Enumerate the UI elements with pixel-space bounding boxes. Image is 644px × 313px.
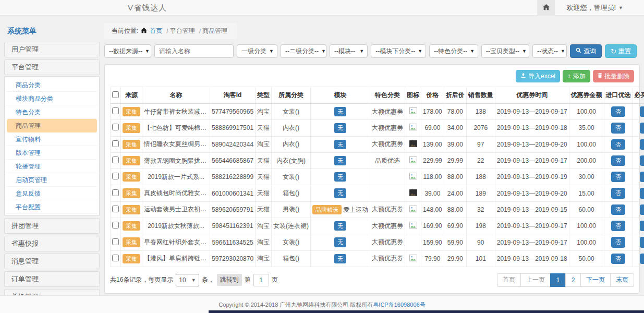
source-cell: 采集 [121, 201, 142, 218]
sidebar-item-8[interactable]: 意见反馈 [7, 187, 97, 200]
sidebar-group-0[interactable]: 用户管理 [4, 42, 100, 57]
module-sub-select[interactable]: --模块下分类--▼ [371, 44, 426, 58]
must-buy-toggle[interactable]: 否 [640, 123, 644, 133]
batch-delete-button[interactable]: 批量删除 [593, 70, 634, 82]
user-menu[interactable]: 欢迎您，管理员! ▼ [555, 3, 644, 13]
sidebar-item-1[interactable]: 模块商品分类 [7, 92, 97, 105]
level2-category-select[interactable]: --二级分类--▼ [281, 44, 326, 58]
sidebar-group-3[interactable]: 省惠快报 [4, 236, 100, 251]
breadcrumb-home-link[interactable]: 首页 [150, 27, 162, 35]
pager-buttons: 首页上一页12下一页末页 [497, 273, 634, 287]
home-icon [543, 4, 550, 12]
unit-text: 条， [202, 275, 214, 284]
sidebar-group-4[interactable]: 消息管理 [4, 254, 100, 269]
add-button[interactable]: + 添加 [563, 70, 590, 82]
item-type-select[interactable]: --宝贝类型--▼ [481, 44, 529, 58]
page-button-末页[interactable]: 末页 [610, 273, 634, 287]
product-name: 牛仔背带裤女秋装减龄... [142, 104, 210, 120]
row-checkbox[interactable] [112, 189, 119, 196]
name-search-input[interactable] [154, 44, 234, 58]
data-source-select[interactable]: --数据来源--▼ [104, 44, 151, 58]
checkbox-cell [111, 104, 121, 120]
sidebar-item-9[interactable]: 平台配置 [7, 200, 97, 214]
status-select[interactable]: --状态--▼ [532, 44, 567, 58]
broken-image-icon [409, 125, 417, 132]
product-name: 运动套装男士卫衣初秋... [142, 201, 210, 218]
select-all-checkbox[interactable] [112, 91, 119, 98]
row-checkbox[interactable] [112, 156, 119, 163]
column-header: 折后价 [444, 87, 466, 104]
module-cell: 无 [311, 169, 370, 185]
row-checkbox[interactable] [112, 107, 119, 114]
feature-category-select[interactable]: --特色分类--▼ [429, 44, 478, 58]
import-select-cell: 否 [604, 234, 633, 250]
search-button[interactable]: 查询 [570, 44, 602, 58]
must-buy-toggle[interactable]: 否 [640, 221, 644, 231]
row-checkbox[interactable] [112, 124, 119, 130]
sidebar-item-0[interactable]: 商品分类 [7, 78, 97, 92]
platform-type: 淘宝 [256, 218, 272, 234]
import-select-cell: 否 [604, 169, 633, 185]
sidebar-item-2[interactable]: 特色分类 [7, 105, 97, 119]
discount-price: 88.00 [444, 169, 466, 185]
source-badge: 采集 [123, 123, 140, 133]
import-select-toggle[interactable]: 否 [611, 172, 625, 182]
row-checkbox[interactable] [112, 255, 119, 261]
platform-type: 淘宝 [256, 234, 272, 250]
row-checkbox[interactable] [112, 222, 119, 228]
sidebar-item-4[interactable]: 宣传物料 [7, 133, 97, 146]
source-badge: 采集 [123, 156, 140, 165]
must-buy-toggle[interactable]: 否 [640, 155, 644, 166]
import-select-toggle[interactable]: 否 [611, 139, 625, 150]
sidebar-item-6[interactable]: 轮播管理 [7, 160, 97, 173]
page-size-select[interactable]: 10 ▼ [176, 274, 199, 286]
home-button[interactable] [537, 0, 555, 16]
sidebar-item-3[interactable]: 商品管理 [7, 119, 97, 133]
import-select-toggle[interactable]: 否 [611, 221, 625, 231]
category: 内衣(文胸) [272, 152, 311, 168]
checkbox-cell [111, 250, 121, 267]
page-button-1[interactable]: 1 [550, 273, 566, 287]
reset-button[interactable]: ↻ 重置 [605, 44, 637, 58]
module-select[interactable]: --模块--▼ [330, 44, 368, 58]
must-buy-toggle[interactable]: 否 [640, 139, 644, 150]
page-button-下一页[interactable]: 下一页 [580, 273, 611, 287]
level1-category-select[interactable]: 一级分类▼ [237, 44, 277, 58]
column-header: 必买清单 [633, 87, 644, 104]
import-select-toggle[interactable]: 否 [611, 188, 625, 198]
row-checkbox[interactable] [112, 140, 119, 147]
price: 169.90 [421, 218, 444, 234]
import-select-toggle[interactable]: 否 [611, 204, 625, 215]
sidebar-group-1[interactable]: 平台管理 [4, 59, 100, 75]
must-buy-toggle[interactable]: 否 [640, 188, 644, 198]
must-buy-toggle[interactable]: 否 [640, 106, 644, 117]
must-buy-toggle[interactable]: 否 [640, 204, 644, 215]
must-buy-toggle[interactable]: 否 [640, 237, 644, 247]
table-row: 采集牛仔背带裤女秋装减龄...577479560965淘宝女装()无大额优惠券1… [111, 104, 644, 120]
page-number-input[interactable] [253, 274, 269, 286]
sidebar-item-7[interactable]: 启动页管理 [7, 173, 97, 187]
row-checkbox[interactable] [112, 206, 119, 212]
import-select-toggle[interactable]: 否 [611, 123, 625, 133]
row-checkbox[interactable] [112, 173, 119, 179]
product-name: 2019新款女秋薄款... [142, 218, 210, 234]
import-select-toggle[interactable]: 否 [611, 155, 625, 166]
sidebar-item-5[interactable]: 版本管理 [7, 146, 97, 160]
import-select-toggle[interactable]: 否 [611, 106, 625, 117]
sidebar-group-5[interactable]: 订单管理 [4, 271, 100, 287]
row-checkbox[interactable] [112, 238, 119, 245]
must-buy-toggle[interactable]: 否 [640, 254, 644, 264]
jump-suffix: 页 [272, 275, 278, 284]
main-content: 当前位置: 首页 / 平台管理 / 商品管理 --数据来源--▼ 一级分类▼ -… [104, 19, 640, 294]
category: 女装() [272, 169, 311, 185]
sidebar-group-2[interactable]: 拼团管理 [4, 218, 100, 234]
jump-button[interactable]: 跳转到 [217, 274, 242, 286]
icp-link[interactable]: 粤ICP备16098006号 [373, 302, 425, 308]
import-excel-button[interactable]: 导入excel [516, 70, 560, 82]
must-buy-toggle[interactable]: 否 [640, 172, 644, 182]
import-select-toggle[interactable]: 否 [611, 237, 625, 247]
sidebar-group-6[interactable]: 兑换管理 [4, 289, 100, 295]
import-select-toggle[interactable]: 否 [611, 254, 625, 264]
page-button-2[interactable]: 2 [565, 273, 581, 287]
topbar: V省钱达人 欢迎您，管理员! ▼ [0, 0, 644, 16]
